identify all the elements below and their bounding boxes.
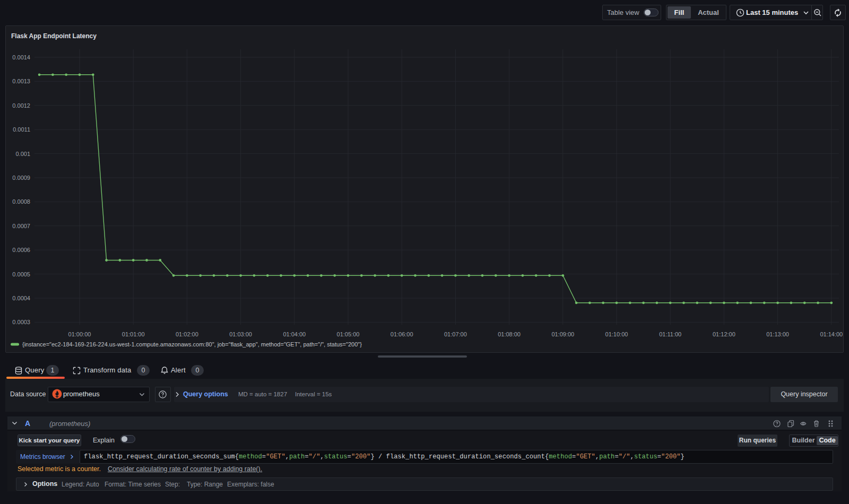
svg-text:01:01:00: 01:01:00 [122,331,145,337]
svg-text:01:00:00: 01:00:00 [68,331,91,337]
svg-text:01:04:00: 01:04:00 [283,331,306,337]
svg-text:0.0005: 0.0005 [12,271,30,277]
svg-text:01:14:00: 01:14:00 [820,331,843,337]
svg-text:0.0003: 0.0003 [12,319,30,325]
svg-text:0.0011: 0.0011 [13,126,30,133]
svg-text:01:13:00: 01:13:00 [766,331,789,337]
svg-text:01:07:00: 01:07:00 [444,331,467,337]
svg-text:0.0004: 0.0004 [12,295,30,301]
svg-text:0.0006: 0.0006 [12,247,30,253]
svg-text:01:06:00: 01:06:00 [391,331,413,337]
svg-text:0.0009: 0.0009 [12,175,30,181]
svg-text:01:12:00: 01:12:00 [713,331,735,337]
svg-text:0.001: 0.001 [15,151,30,157]
svg-text:0.0013: 0.0013 [12,78,30,84]
svg-text:0.0014: 0.0014 [12,54,30,60]
svg-text:{instance="ec2-184-169-216-224: {instance="ec2-184-169-216-224.us-west-1… [22,341,362,347]
svg-text:01:10:00: 01:10:00 [605,331,628,337]
svg-text:0.0012: 0.0012 [12,102,30,109]
svg-text:0.0008: 0.0008 [12,198,30,205]
svg-text:01:11:00: 01:11:00 [659,331,681,337]
svg-text:01:03:00: 01:03:00 [229,331,252,337]
svg-text:01:09:00: 01:09:00 [551,331,574,337]
svg-text:0.0007: 0.0007 [12,223,30,229]
svg-text:01:02:00: 01:02:00 [176,331,198,337]
svg-text:01:05:00: 01:05:00 [337,331,360,337]
svg-text:01:08:00: 01:08:00 [498,331,521,337]
